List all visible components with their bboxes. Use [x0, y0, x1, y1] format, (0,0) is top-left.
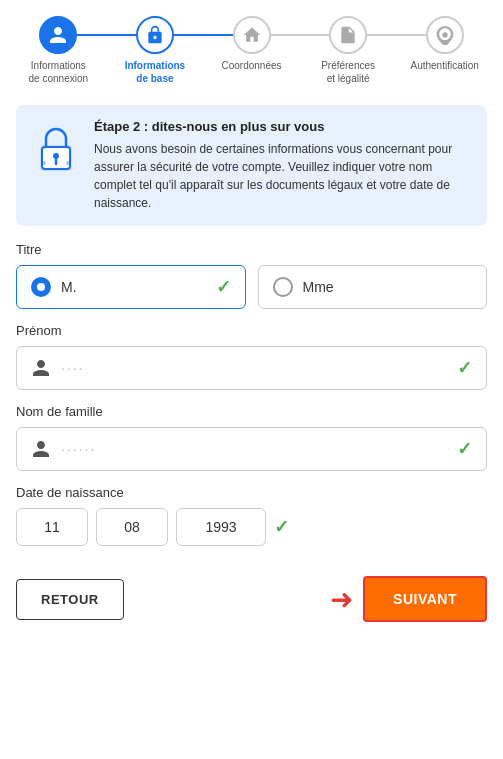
dob-label: Date de naissance	[16, 485, 487, 500]
step-label-base: Informationsde base	[125, 59, 186, 85]
titre-m-check: ✓	[216, 276, 231, 298]
info-box-content: Étape 2 : dites-nous en plus sur vous No…	[94, 119, 471, 212]
form: Titre M. ✓ Mme Prénom ✓ Nom de famille ✓…	[0, 242, 503, 546]
step-label-auth: Authentification	[410, 59, 478, 72]
prenom-person-icon	[31, 358, 51, 378]
step-coordonnees: Coordonnées	[203, 16, 300, 72]
bottom-row: RETOUR ➜ SUIVANT	[0, 556, 503, 638]
retour-button[interactable]: RETOUR	[16, 579, 124, 620]
titre-mme-label: Mme	[303, 279, 473, 295]
info-box-title: Étape 2 : dites-nous en plus sur vous	[94, 119, 471, 134]
info-box: Étape 2 : dites-nous en plus sur vous No…	[16, 105, 487, 226]
titre-label: Titre	[16, 242, 487, 257]
dob-row: 11 08 1993 ✓	[16, 508, 487, 546]
radio-m	[31, 277, 51, 297]
nom-person-icon	[31, 439, 51, 459]
nom-label: Nom de famille	[16, 404, 487, 419]
info-box-body: Nous avons besoin de certaines informati…	[94, 140, 471, 212]
nom-input[interactable]	[61, 441, 447, 457]
step-base: Informationsde base	[107, 16, 204, 85]
nom-check: ✓	[457, 438, 472, 460]
dob-month[interactable]: 08	[96, 508, 168, 546]
titre-m-label: M.	[61, 279, 206, 295]
arrow-right-icon: ➜	[330, 583, 353, 616]
step-circle-coordonnees	[233, 16, 271, 54]
prenom-input[interactable]	[61, 360, 447, 376]
prenom-input-wrapper: ✓	[16, 346, 487, 390]
suivant-button[interactable]: SUIVANT	[363, 576, 487, 622]
titre-row: M. ✓ Mme	[16, 265, 487, 309]
step-circle-auth	[426, 16, 464, 54]
step-circle-preferences	[329, 16, 367, 54]
svg-point-4	[42, 161, 46, 165]
stepper: Informationsde connexion Informationsde …	[0, 0, 503, 93]
step-label-preferences: Préférenceset légalité	[321, 59, 375, 85]
step-connexion: Informationsde connexion	[10, 16, 107, 85]
dob-check: ✓	[274, 516, 289, 538]
prenom-check: ✓	[457, 357, 472, 379]
step-circle-base	[136, 16, 174, 54]
svg-point-5	[66, 161, 70, 165]
suivant-group: ➜ SUIVANT	[330, 576, 487, 622]
step-label-connexion: Informationsde connexion	[29, 59, 89, 85]
step-auth: Authentification	[396, 16, 493, 72]
nom-input-wrapper: ✓	[16, 427, 487, 471]
dob-day[interactable]: 11	[16, 508, 88, 546]
radio-mme	[273, 277, 293, 297]
step-label-coordonnees: Coordonnées	[221, 59, 281, 72]
step-preferences: Préférenceset légalité	[300, 16, 397, 85]
titre-option-mme[interactable]: Mme	[258, 265, 488, 309]
dob-year[interactable]: 1993	[176, 508, 266, 546]
lock-icon	[32, 121, 80, 179]
prenom-label: Prénom	[16, 323, 487, 338]
step-circle-connexion	[39, 16, 77, 54]
titre-option-m[interactable]: M. ✓	[16, 265, 246, 309]
